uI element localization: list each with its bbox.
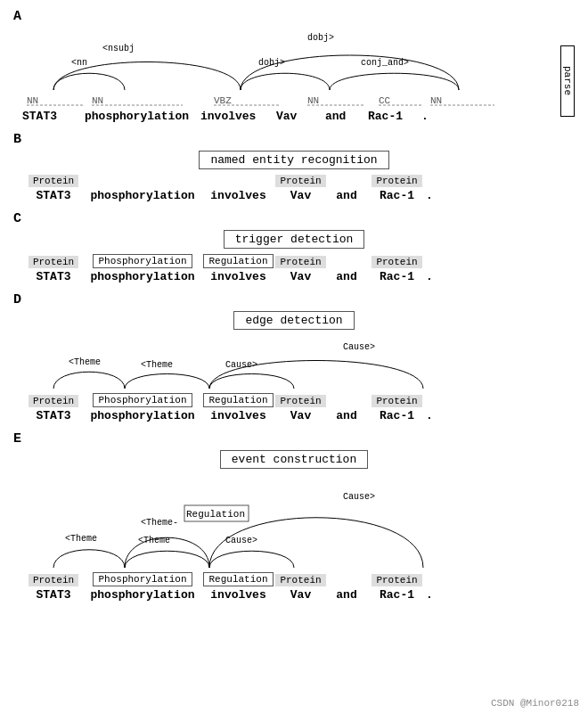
edge-words-row: Protein STAT3 Phosphorylation phosphoryl… bbox=[13, 393, 575, 422]
word-vav-b: Vav bbox=[290, 189, 311, 202]
edge-cell-phosphorylation: Phosphorylation phosphorylation bbox=[85, 393, 200, 422]
entity-badge-d-stat3: Protein bbox=[29, 395, 78, 407]
svg-text:Cause>: Cause> bbox=[343, 342, 375, 352]
word-phosphorylation-d: phosphorylation bbox=[90, 409, 194, 422]
word-stat3-e: STAT3 bbox=[36, 588, 70, 602]
word-phosphorylation-c: phosphorylation bbox=[90, 270, 194, 283]
section-b-label: B bbox=[13, 132, 575, 147]
ner-title: named entity recognition bbox=[199, 151, 388, 169]
word-involves-b: involves bbox=[210, 189, 265, 202]
word-and-c: and bbox=[336, 270, 356, 283]
word-involves-d: involves bbox=[210, 409, 265, 422]
entity-badge-c-vav: Protein bbox=[275, 256, 325, 268]
word-and-d: and bbox=[336, 409, 356, 422]
ner-words-row: Protein STAT3 phosphorylation involves P… bbox=[13, 175, 575, 202]
trigger-cell-rac1: Protein Rac-1 bbox=[368, 256, 426, 283]
event-cell-dot: . bbox=[426, 588, 433, 602]
word-stat3-a: STAT3 bbox=[22, 110, 85, 123]
svg-text:dobj>: dobj> bbox=[307, 33, 334, 43]
svg-text:<Theme: <Theme bbox=[65, 534, 97, 544]
section-d: D edge detection <Theme <Theme Cause> Ca… bbox=[13, 292, 575, 422]
event-cell-rac1: Protein Rac-1 bbox=[368, 574, 426, 602]
words-row-a: STAT3 phosphorylation involves Vav and R… bbox=[13, 110, 548, 123]
svg-text:dobj>: dobj> bbox=[258, 58, 285, 68]
trigger-words-row: Protein STAT3 Phosphorylation phosphoryl… bbox=[13, 254, 575, 283]
svg-text:Cause>: Cause> bbox=[343, 492, 375, 502]
word-dot-d: . bbox=[426, 409, 433, 422]
trigger-cell-and: and bbox=[325, 270, 368, 283]
section-d-label: D bbox=[13, 292, 575, 307]
svg-text:conj_and>: conj_and> bbox=[361, 58, 409, 68]
ner-cell-and: and bbox=[325, 189, 368, 202]
entity-badge-e-rac1: Protein bbox=[372, 574, 421, 586]
svg-text:CC: CC bbox=[379, 95, 391, 106]
word-dot-e: . bbox=[426, 588, 433, 602]
ner-cell-rac1: Protein Rac-1 bbox=[368, 175, 426, 202]
edge-cell-vav: Protein Vav bbox=[276, 395, 325, 422]
svg-text:<Theme: <Theme bbox=[69, 357, 101, 367]
ner-cell-phosphorylation: phosphorylation bbox=[85, 189, 200, 202]
word-vav-d: Vav bbox=[290, 409, 311, 422]
trigger-cell-vav: Protein Vav bbox=[276, 256, 325, 283]
event-cell-stat3: Protein STAT3 bbox=[22, 574, 85, 602]
entity-badge-d-vav: Protein bbox=[275, 395, 325, 407]
svg-text:VBZ: VBZ bbox=[214, 95, 232, 106]
trigger-title: trigger detection bbox=[224, 230, 365, 249]
event-cell-vav: Protein Vav bbox=[276, 574, 325, 602]
svg-text:NN: NN bbox=[307, 95, 319, 106]
trigger-badge-regulation: Regulation bbox=[203, 254, 273, 268]
trigger-badge-e-regulation: Regulation bbox=[203, 572, 273, 586]
word-and-a: and bbox=[325, 110, 368, 123]
entity-badge-vav: Protein bbox=[275, 175, 325, 187]
svg-text:Regulation: Regulation bbox=[186, 509, 245, 520]
word-dot-b: . bbox=[426, 189, 433, 202]
svg-text:<nn: <nn bbox=[71, 58, 87, 68]
word-vav-a: Vav bbox=[276, 110, 325, 123]
edge-cell-and: and bbox=[325, 409, 368, 422]
entity-badge-e-vav: Protein bbox=[275, 574, 325, 586]
word-phosphorylation-e: phosphorylation bbox=[90, 588, 194, 602]
section-e-label: E bbox=[13, 431, 575, 447]
word-stat3-d: STAT3 bbox=[36, 409, 70, 422]
edge-title: edge detection bbox=[233, 311, 354, 330]
word-phosphorylation-b: phosphorylation bbox=[90, 189, 194, 202]
word-vav-c: Vav bbox=[290, 270, 311, 283]
svg-text:NN: NN bbox=[92, 95, 103, 106]
svg-text:<Theme-: <Theme- bbox=[141, 518, 178, 528]
ner-title-container: named entity recognition bbox=[13, 151, 575, 169]
word-involves-e: involves bbox=[210, 588, 265, 602]
word-and-b: and bbox=[336, 189, 356, 202]
event-arcs-svg: <Theme- Cause> <Theme <Theme Cause> Regu… bbox=[22, 474, 557, 572]
section-a: A <nn <nsubj dobj> dobj> conj_and> NN NN bbox=[13, 9, 575, 123]
word-rac1-b: Rac-1 bbox=[380, 189, 414, 202]
svg-text:<nsubj: <nsubj bbox=[102, 44, 135, 53]
entity-badge-c-stat3: Protein bbox=[29, 256, 78, 268]
svg-text:NN: NN bbox=[430, 95, 442, 106]
trigger-cell-stat3: Protein STAT3 bbox=[22, 256, 85, 283]
word-involves-c: involves bbox=[210, 270, 265, 283]
watermark: CSDN @Minor0218 bbox=[491, 698, 579, 709]
event-cell-involves: Regulation involves bbox=[200, 572, 276, 602]
entity-badge-d-rac1: Protein bbox=[372, 395, 421, 407]
section-e: E event construction <Theme- Cause> <The… bbox=[13, 431, 575, 602]
word-vav-e: Vav bbox=[290, 588, 311, 602]
entity-badge-e-stat3: Protein bbox=[29, 574, 78, 586]
section-c: C trigger detection Protein STAT3 Phosph… bbox=[13, 211, 575, 283]
entity-badge-stat3: Protein bbox=[29, 175, 78, 187]
word-and-e: and bbox=[336, 588, 356, 602]
ner-cell-dot: . bbox=[426, 189, 433, 202]
word-dot-a: . bbox=[421, 110, 429, 123]
trigger-cell-dot: . bbox=[426, 270, 433, 283]
trigger-badge-e-phosphorylation: Phosphorylation bbox=[93, 572, 192, 586]
ner-cell-vav: Protein Vav bbox=[276, 175, 325, 202]
word-stat3-c: STAT3 bbox=[36, 270, 70, 283]
word-dot-c: . bbox=[426, 270, 433, 283]
ner-cell-stat3: Protein STAT3 bbox=[22, 175, 85, 202]
word-phosphorylation-a: phosphorylation bbox=[85, 110, 200, 123]
svg-text:<Theme: <Theme bbox=[138, 536, 170, 545]
event-cell-phosphorylation: Phosphorylation phosphorylation bbox=[85, 572, 200, 602]
trigger-cell-involves: Regulation involves bbox=[200, 254, 276, 283]
word-rac1-a: Rac-1 bbox=[368, 110, 421, 123]
svg-text:Cause>: Cause> bbox=[225, 536, 257, 545]
word-rac1-c: Rac-1 bbox=[380, 270, 414, 283]
